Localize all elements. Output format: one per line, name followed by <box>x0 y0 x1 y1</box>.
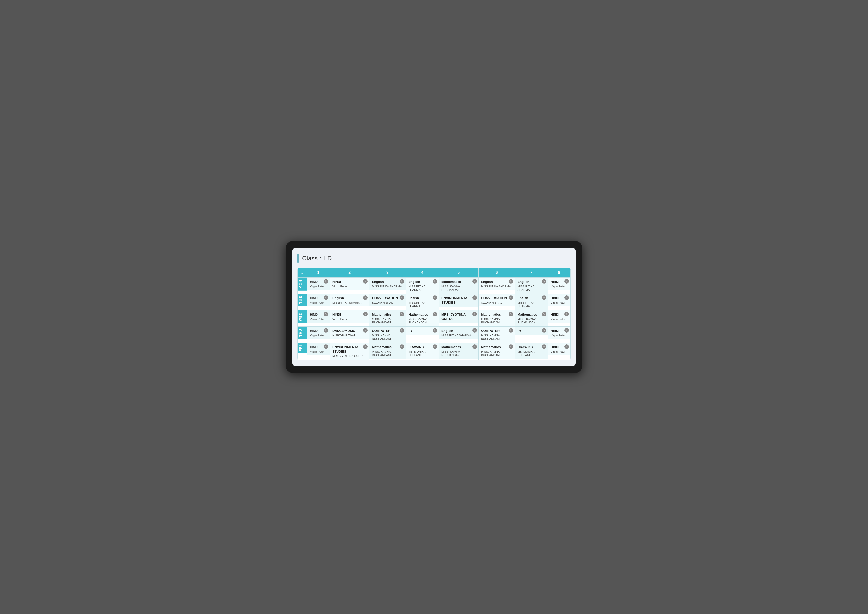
period-cell[interactable]: ✎HINDIVirgin Peter <box>307 343 330 360</box>
period-cell[interactable]: ✎EnglishMISSRITIKA SHARMA <box>330 294 369 310</box>
table-row: WED✎HINDIVirgin Peter✎HINDIVirgin Peter✎… <box>298 310 570 327</box>
period-cell[interactable]: ✎HINDIVirgin Peter <box>330 310 369 327</box>
period-cell[interactable]: ✎EnglishMISS.RITIKA SHARMA <box>439 327 478 343</box>
subject-name: PY <box>518 329 546 333</box>
period-cell[interactable]: ✎ENVIRONMENTAL STUDIES <box>439 294 478 310</box>
table-row: THU✎HINDIVirgin Peter✎DANCE/MUSICNISHTHA… <box>298 327 570 343</box>
page-title: Class : I-D <box>302 255 332 262</box>
period-cell[interactable]: ✎HINDIVirgin Peter <box>548 310 570 327</box>
period-cell[interactable]: ✎HINDIVirgin Peter <box>548 343 570 360</box>
subject-name: Mathematics <box>481 312 513 316</box>
subject-name: HINDI <box>332 280 367 284</box>
subject-name: COMPUTER <box>372 329 403 333</box>
period-cell[interactable]: ✎ENVIRONMENTAL STUDIESMRS. JYOTSNA GUPTA <box>330 343 369 360</box>
period-cell[interactable]: ✎DRAWINGMS. MONIKA CHELANI <box>515 343 548 360</box>
period-cell[interactable]: ✎EnglishMISS.RITIKA SHARMA <box>406 278 439 294</box>
teacher-name: Virgin Peter <box>550 333 568 337</box>
period-cell[interactable]: ✎MathematicsMISS. KAMNA RUCHANDANI <box>479 343 515 360</box>
teacher-name: Virgin Peter <box>310 301 328 305</box>
header-col-3: 3 <box>369 268 406 278</box>
period-cell[interactable]: ✎HINDIVirgin Peter <box>548 278 570 294</box>
page-title-bar: Class : I-D <box>298 254 570 263</box>
teacher-name: Virgin Peter <box>332 317 367 321</box>
subject-name: DANCE/MUSIC <box>332 329 367 333</box>
screen: Class : I-D # 1 2 3 4 5 6 7 8 MON✎HINDIV… <box>293 248 575 366</box>
teacher-name: MISS. KAMNA RUCHANDANI <box>442 285 476 292</box>
teacher-name: MISS. KAMNA RUCHANDANI <box>372 350 403 357</box>
period-cell[interactable]: ✎DANCE/MUSICNISHTHA RAWAT <box>330 327 369 343</box>
teacher-name: MISS. KAMNA RUCHANDANI <box>442 350 476 357</box>
device-frame: Class : I-D # 1 2 3 4 5 6 7 8 MON✎HINDIV… <box>285 241 583 373</box>
period-cell[interactable]: ✎EnsishMISS.RITIKA SHARMA <box>406 294 439 310</box>
teacher-name: MISS. KAMNA RUCHANDANI <box>481 350 513 357</box>
teacher-name: MISS. KAMNA RUCHANDANI <box>372 317 403 325</box>
teacher-name: Virgin Peter <box>310 333 328 337</box>
teacher-name: SEEMA NISHAD <box>481 301 513 305</box>
header-hash: # <box>298 268 307 278</box>
teacher-name: MRS. JYOTSNA GUPTA <box>332 354 367 358</box>
subject-name: Ensish <box>518 296 546 300</box>
subject-name: English <box>408 280 437 284</box>
teacher-name: Virgin Peter <box>310 285 328 288</box>
teacher-name: MISS.RITIKA SHARMA <box>442 333 476 337</box>
subject-name: English <box>372 280 403 284</box>
teacher-name: SEEMA NISHAD <box>372 301 403 305</box>
period-cell[interactable]: ✎HINDIVirgin Peter <box>307 310 330 327</box>
header-col-2: 2 <box>330 268 369 278</box>
subject-name: COMPUTER <box>481 329 513 333</box>
period-cell[interactable]: ✎MathematicsMISS. KAMNA RUCHANDANI <box>439 343 478 360</box>
period-cell[interactable]: ✎HINDIVirgin Peter <box>307 327 330 343</box>
period-cell[interactable]: ✎MathematicsMISS. KAMNA RUCHANDANI <box>515 310 548 327</box>
subject-name: Mathematics <box>442 280 476 284</box>
period-cell[interactable]: ✎CONVERSATIONSEEMA NISHAD <box>479 294 515 310</box>
period-cell[interactable]: ✎EnglishMISS.RITIKA SHARMA <box>369 278 406 294</box>
title-accent-bar <box>298 254 299 263</box>
subject-name: Ensish <box>408 296 437 300</box>
period-cell[interactable]: ✎HINDIVirgin Peter <box>548 327 570 343</box>
subject-name: English <box>442 329 476 333</box>
header-row: # 1 2 3 4 5 6 7 8 <box>298 268 570 278</box>
period-cell[interactable]: ✎PY <box>515 327 548 343</box>
teacher-name: MISS. KAMNA RUCHANDANI <box>408 317 437 325</box>
period-cell[interactable]: ✎MRS. JYOTSNA GUPTA <box>439 310 478 327</box>
teacher-name: MISS.RITIKA SHARMA <box>372 285 403 288</box>
teacher-name: Virgin Peter <box>550 301 568 305</box>
teacher-name: MISS.RITIKA SHARMA <box>408 285 437 292</box>
teacher-name: MS. MONIKA CHELANI <box>408 350 437 357</box>
header-col-7: 7 <box>515 268 548 278</box>
period-cell[interactable]: ✎HINDIVirgin Peter <box>307 294 330 310</box>
header-col-6: 6 <box>479 268 515 278</box>
period-cell[interactable]: ✎COMPUTERMISS. KAMNA RUCHANDANI <box>479 327 515 343</box>
teacher-name: MS. MONIKA CHELANI <box>518 350 546 357</box>
day-label: FRI <box>298 343 307 354</box>
teacher-name: MISS.RITIKA SHARMA <box>518 285 546 292</box>
teacher-name: Virgin Peter <box>310 350 328 354</box>
subject-name: CONVERSATION <box>481 296 513 300</box>
period-cell[interactable]: ✎EnglishMISS.RITIKA SHARMA <box>479 278 515 294</box>
period-cell[interactable]: ✎HINDIVirgin Peter <box>330 278 369 294</box>
subject-name: HINDI <box>332 312 367 316</box>
period-cell[interactable]: ✎MathematicsMISS. KAMNA RUCHANDANI <box>406 310 439 327</box>
subject-name: PY <box>408 329 437 333</box>
period-cell[interactable]: ✎CONVERSATIONSEEMA NISHAD <box>369 294 406 310</box>
period-cell[interactable]: ✎MathematicsMISS. KAMNA RUCHANDANI <box>439 278 478 294</box>
teacher-name: MISS. KAMNA RUCHANDANI <box>372 333 403 341</box>
period-cell[interactable]: ✎MathematicsMISS. KAMNA RUCHANDANI <box>369 310 406 327</box>
period-cell[interactable]: ✎EnglishMISS.RITIKA SHARMA <box>515 278 548 294</box>
day-label: THU <box>298 327 307 338</box>
period-cell[interactable]: ✎DRAWINGMS. MONIKA CHELANI <box>406 343 439 360</box>
subject-name: Mathematics <box>372 345 403 349</box>
period-cell[interactable]: ✎MathematicsMISS. KAMNA RUCHANDANI <box>369 343 406 360</box>
subject-name: DRAWING <box>408 345 437 349</box>
teacher-name: Virgin Peter <box>550 285 568 288</box>
period-cell[interactable]: ✎MathematicsMISS. KAMNA RUCHANDANI <box>479 310 515 327</box>
period-cell[interactable]: ✎PY <box>406 327 439 343</box>
subject-name: English <box>332 296 367 300</box>
subject-name: English <box>518 280 546 284</box>
period-cell[interactable]: ✎EnsishMISS.RITIKA SHARMA <box>515 294 548 310</box>
period-cell[interactable]: ✎COMPUTERMISS. KAMNA RUCHANDANI <box>369 327 406 343</box>
period-cell[interactable]: ✎HINDIVirgin Peter <box>548 294 570 310</box>
subject-name: Mathematics <box>518 312 546 316</box>
period-cell[interactable]: ✎HINDIVirgin Peter <box>307 278 330 294</box>
teacher-name: MISS.RITIKA SHARMA <box>408 301 437 309</box>
